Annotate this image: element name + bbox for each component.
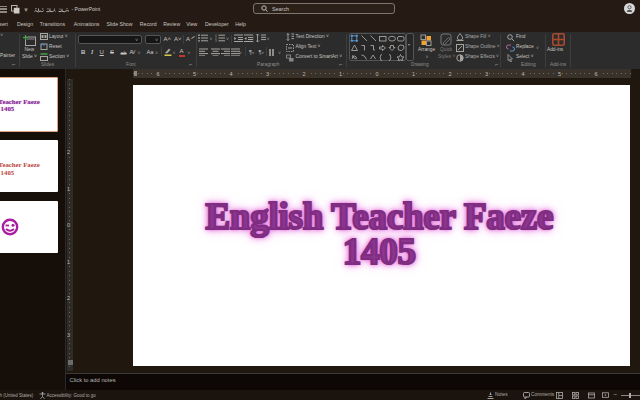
svg-text:3: 3: [215, 39, 217, 42]
